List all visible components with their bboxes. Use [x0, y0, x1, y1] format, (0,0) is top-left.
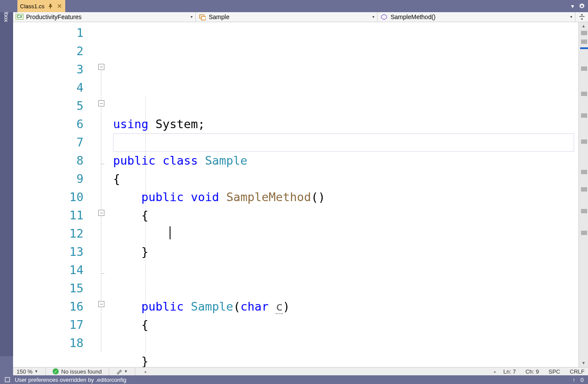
line-number: 17 — [13, 316, 84, 334]
class-icon — [198, 13, 206, 21]
text-caret — [170, 226, 170, 239]
scroll-up-button[interactable]: ▴ — [579, 22, 588, 30]
line-number: 12 — [13, 225, 84, 243]
editor-status-bar: 150 % ▼ ✓ No issues found ▼ ◂ ▸ Ln: 7 Ch… — [13, 367, 588, 376]
status-indent[interactable]: SPC — [548, 368, 560, 375]
ruler-mark — [581, 113, 587, 118]
ruler-mark — [581, 187, 587, 192]
keyword-char: char — [241, 300, 269, 313]
line-number: 8 — [13, 152, 84, 170]
status-col[interactable]: Ch: 9 — [525, 368, 539, 375]
ruler-mark — [581, 231, 587, 235]
scroll-down-button[interactable]: ▾ — [579, 359, 588, 367]
document-tab-strip: Class1.cs ✕ ▾ — [0, 0, 588, 12]
fold-toggle[interactable]: − — [98, 64, 104, 70]
zoom-value: 150 % — [17, 368, 33, 375]
chevron-down-icon: ▾ — [570, 14, 572, 19]
fold-end — [101, 273, 104, 274]
line-number: 1 — [13, 24, 84, 42]
ruler-mark — [581, 40, 587, 44]
ruler-mark — [581, 170, 587, 174]
line-number: 6 — [13, 115, 84, 133]
line-number-gutter: 1 2 3 4 5 6 7 8 9 10 11 12 13 14 15 16 1… — [13, 22, 96, 367]
code-surface[interactable]: using System; public class Sample { publ… — [113, 22, 578, 367]
line-number: 9 — [13, 170, 84, 188]
keyword-public: public — [141, 300, 184, 313]
code-editor[interactable]: 1 2 3 4 5 6 7 8 9 10 11 12 13 14 15 16 1… — [13, 22, 588, 367]
caret-marker — [580, 47, 588, 49]
keyword-public: public — [141, 190, 184, 204]
line-number: 5 — [13, 97, 84, 115]
brace: } — [141, 245, 148, 258]
tab-filename: Class1.cs — [20, 3, 44, 10]
document-tab-class1[interactable]: Class1.cs ✕ — [17, 0, 65, 12]
line-number: 4 — [13, 79, 84, 97]
ruler-mark — [581, 92, 587, 96]
fold-toggle[interactable]: − — [98, 210, 104, 216]
publish-count: 0 — [581, 377, 584, 383]
issues-indicator[interactable]: ✓ No issues found — [53, 368, 102, 375]
project-dropdown[interactable]: C# ProductivityFeatures ▾ — [13, 12, 196, 22]
brace: { — [113, 172, 120, 185]
check-icon: ✓ — [53, 368, 59, 374]
method-name: SampleMethod — [226, 190, 311, 204]
status-eol[interactable]: CRLF — [570, 368, 585, 375]
publish-icon[interactable]: ↑ — [572, 377, 575, 383]
separator — [135, 367, 135, 375]
project-name: ProductivityFeatures — [26, 13, 82, 20]
ruler-mark — [581, 209, 587, 213]
keyword-void: void — [184, 190, 227, 204]
chevron-down-icon: ▾ — [190, 14, 193, 19]
line-number: 13 — [13, 243, 84, 261]
member-name: SampleMethod() — [391, 13, 436, 20]
parens: () — [311, 190, 325, 204]
line-number: 14 — [13, 261, 84, 279]
outlining-gutter: − − − − — [96, 22, 113, 367]
zoom-control[interactable]: 150 % ▼ — [17, 368, 38, 375]
keyword-public: public — [113, 154, 156, 167]
chevron-down-icon: ▾ — [372, 14, 374, 19]
separator — [45, 367, 46, 375]
split-window-button[interactable] — [575, 12, 588, 22]
member-dropdown[interactable]: SampleMethod() ▾ — [378, 12, 575, 22]
chevron-down-icon: ▼ — [34, 369, 38, 374]
window-status-bar: User preferences overridden by .editorco… — [0, 375, 588, 384]
brush-icon[interactable]: ▼ — [116, 368, 128, 375]
ruler-mark — [581, 66, 587, 71]
ctor-name: Sample — [191, 300, 234, 313]
scroll-right-button[interactable]: ▸ — [492, 368, 498, 375]
window-options-button[interactable] — [578, 3, 585, 10]
line-number: 2 — [13, 42, 84, 60]
line-number: 16 — [13, 298, 84, 316]
overview-ruler[interactable]: ▴ ▾ — [578, 22, 588, 367]
class-name: Sample — [209, 13, 229, 20]
keyword-using: using — [113, 117, 148, 131]
line-number: 7 — [13, 133, 84, 152]
method-icon — [380, 13, 388, 21]
fold-toggle[interactable]: − — [98, 100, 104, 106]
horizontal-scrollbar[interactable]: ◂ ▸ — [142, 368, 498, 375]
issues-text: No issues found — [61, 368, 102, 375]
svg-rect-1 — [201, 17, 206, 20]
line-number: 11 — [13, 206, 84, 225]
separator — [109, 367, 109, 375]
navigation-bar: C# ProductivityFeatures ▾ Sample ▾ Sampl… — [13, 12, 588, 22]
toolbox-pane[interactable]: Toolbox — [0, 0, 13, 356]
svg-rect-2 — [5, 377, 10, 382]
document-icon — [4, 377, 10, 383]
status-line[interactable]: Ln: 7 — [503, 368, 516, 375]
fold-end — [101, 164, 104, 164]
fold-toggle[interactable]: − — [98, 301, 104, 307]
code-text: System; — [148, 117, 205, 131]
ruler-mark — [581, 139, 587, 144]
class-dropdown[interactable]: Sample ▾ — [196, 12, 378, 22]
scroll-left-button[interactable]: ◂ — [142, 368, 148, 375]
csharp-icon: C# — [16, 13, 23, 21]
brace: { — [141, 209, 148, 222]
brace: } — [141, 354, 148, 367]
line-number: 3 — [13, 60, 84, 79]
pin-icon[interactable] — [48, 3, 53, 9]
tab-overflow-button[interactable]: ▾ — [569, 3, 576, 10]
keyword-class: class — [156, 154, 205, 167]
close-tab-button[interactable]: ✕ — [57, 3, 63, 9]
